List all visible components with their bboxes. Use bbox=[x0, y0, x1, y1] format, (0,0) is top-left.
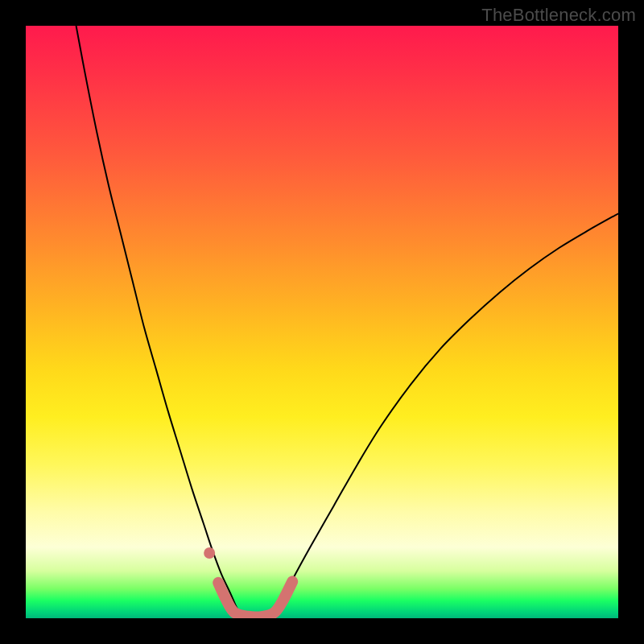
chart-svg bbox=[26, 26, 618, 618]
plot-area bbox=[26, 26, 618, 618]
bottom-marker-dot bbox=[204, 547, 215, 559]
bottom-marker-stroke bbox=[218, 581, 292, 617]
left-curve bbox=[76, 26, 242, 615]
right-curve bbox=[271, 213, 618, 615]
chart-frame: TheBottleneck.com bbox=[0, 0, 644, 644]
watermark-text: TheBottleneck.com bbox=[481, 5, 636, 26]
